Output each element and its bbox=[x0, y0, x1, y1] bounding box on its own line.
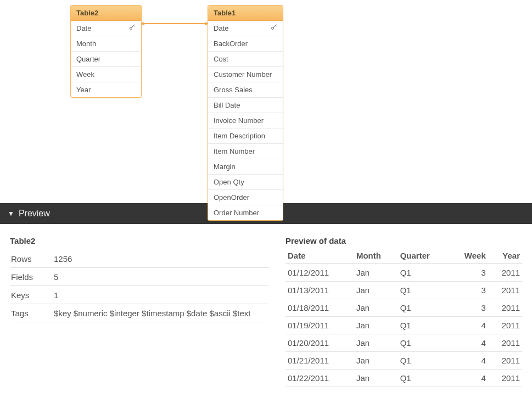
field-label: BackOrder bbox=[214, 40, 277, 48]
table-field[interactable]: Month bbox=[71, 36, 141, 52]
table-node-table2[interactable]: Table2 DateMonthQuarterWeekYear bbox=[70, 5, 142, 98]
table-cell: 01/20/2011 bbox=[285, 334, 354, 352]
table-field[interactable]: Date bbox=[208, 21, 283, 36]
table-cell: 3 bbox=[449, 299, 488, 317]
table-cell: Q1 bbox=[398, 334, 450, 352]
table-cell: 2011 bbox=[488, 334, 522, 352]
table-node-header[interactable]: Table2 bbox=[71, 5, 141, 21]
table-cell: Jan bbox=[354, 317, 398, 334]
table-row[interactable]: 01/21/2011JanQ142011 bbox=[285, 352, 522, 370]
collapse-triangle-icon: ▼ bbox=[8, 210, 14, 217]
field-label: Item Description bbox=[214, 132, 277, 140]
table-field[interactable]: OpenOrder bbox=[208, 190, 283, 205]
table-cell: 4 bbox=[449, 334, 488, 352]
table-cell: 4 bbox=[449, 370, 488, 387]
table-field[interactable]: Week bbox=[71, 67, 141, 82]
table-cell: 01/18/2011 bbox=[285, 299, 354, 317]
table-cell: 2011 bbox=[488, 282, 522, 299]
table-field[interactable]: Margin bbox=[208, 159, 283, 175]
svg-line-5 bbox=[134, 26, 135, 27]
preview-title: Preview bbox=[19, 209, 50, 219]
svg-point-1 bbox=[142, 23, 145, 25]
table-cell: Q1 bbox=[398, 299, 450, 317]
field-label: Customer Number bbox=[214, 70, 277, 79]
field-label: Invoice Number bbox=[214, 116, 277, 125]
metadata-key: Fields bbox=[11, 272, 54, 282]
column-header[interactable]: Week bbox=[449, 248, 488, 264]
data-model-canvas[interactable]: Table2 DateMonthQuarterWeekYear Table1 D… bbox=[0, 0, 532, 203]
table-cell: Jan bbox=[354, 334, 398, 352]
field-label: OpenOrder bbox=[214, 193, 277, 201]
relationship-connector bbox=[142, 22, 208, 25]
table-field[interactable]: Year bbox=[71, 82, 141, 97]
table-field[interactable]: Quarter bbox=[71, 52, 141, 67]
table-cell: 2011 bbox=[488, 299, 522, 317]
table-field[interactable]: Item Description bbox=[208, 128, 283, 144]
table-row[interactable]: 01/13/2011JanQ132011 bbox=[285, 282, 522, 299]
column-header[interactable]: Year bbox=[488, 248, 522, 264]
table-cell: 4 bbox=[449, 352, 488, 370]
column-header[interactable]: Date bbox=[285, 248, 354, 264]
table-row[interactable]: 01/12/2011JanQ132011 bbox=[285, 264, 522, 282]
metadata-value: 1256 bbox=[54, 254, 268, 264]
table-cell: Q1 bbox=[398, 282, 450, 299]
table-cell: Q1 bbox=[398, 352, 450, 370]
table-row[interactable]: 01/22/2011JanQ142011 bbox=[285, 370, 522, 387]
table-node-header[interactable]: Table1 bbox=[208, 5, 283, 21]
table-field[interactable]: Customer Number bbox=[208, 67, 283, 82]
metadata-key: Rows bbox=[11, 254, 54, 264]
table-field[interactable]: BackOrder bbox=[208, 36, 283, 52]
field-label: Date bbox=[76, 24, 126, 32]
metadata-row: Fields5 bbox=[10, 268, 269, 286]
column-header[interactable]: Quarter bbox=[398, 248, 450, 264]
data-preview-title: Preview of data bbox=[285, 236, 522, 245]
data-preview: Preview of data DateMonthQuarterWeekYear… bbox=[285, 236, 522, 387]
table-field[interactable]: Gross Sales bbox=[208, 82, 283, 98]
table-cell: 01/22/2011 bbox=[285, 370, 354, 387]
preview-panel-body: Table2 Rows1256Fields5Keys1Tags$key $num… bbox=[0, 224, 532, 387]
key-icon bbox=[271, 24, 277, 32]
metadata-value: 1 bbox=[54, 290, 268, 300]
table-cell: 01/12/2011 bbox=[285, 264, 354, 282]
table-cell: 2011 bbox=[488, 370, 522, 387]
table-cell: 01/21/2011 bbox=[285, 352, 354, 370]
table-field[interactable]: Cost bbox=[208, 52, 283, 67]
metadata-row: Tags$key $numeric $integer $timestamp $d… bbox=[10, 304, 269, 322]
metadata-value: 5 bbox=[54, 272, 268, 282]
column-header[interactable]: Month bbox=[354, 248, 398, 264]
metadata-value: $key $numeric $integer $timestamp $date … bbox=[54, 309, 268, 318]
table-row[interactable]: 01/18/2011JanQ132011 bbox=[285, 299, 522, 317]
table-cell: Q1 bbox=[398, 317, 450, 334]
table-field[interactable]: Order Number bbox=[208, 205, 283, 220]
table-field[interactable]: Open Qty bbox=[208, 175, 283, 190]
field-label: Week bbox=[76, 70, 136, 79]
table-cell: Jan bbox=[354, 299, 398, 317]
field-label: Open Qty bbox=[214, 178, 277, 186]
table-field[interactable]: Date bbox=[71, 21, 141, 36]
table-field[interactable]: Item Number bbox=[208, 144, 283, 159]
table-cell: Jan bbox=[354, 264, 398, 282]
data-preview-table: DateMonthQuarterWeekYear 01/12/2011JanQ1… bbox=[285, 248, 522, 387]
table-cell: Jan bbox=[354, 370, 398, 387]
table-cell: 3 bbox=[449, 282, 488, 299]
field-label: Margin bbox=[214, 163, 277, 171]
field-label: Item Number bbox=[214, 147, 277, 155]
field-label: Month bbox=[76, 40, 136, 48]
metadata-key: Keys bbox=[11, 290, 54, 300]
table-metadata: Table2 Rows1256Fields5Keys1Tags$key $num… bbox=[10, 236, 269, 387]
field-label: Date bbox=[214, 24, 267, 32]
field-label: Gross Sales bbox=[214, 86, 277, 94]
field-label: Quarter bbox=[76, 55, 136, 63]
table-cell: 2011 bbox=[488, 352, 522, 370]
field-label: Order Number bbox=[214, 209, 277, 217]
table-row[interactable]: 01/19/2011JanQ142011 bbox=[285, 317, 522, 334]
table-field[interactable]: Bill Date bbox=[208, 98, 283, 113]
key-icon bbox=[129, 24, 136, 32]
table-cell: 01/13/2011 bbox=[285, 282, 354, 299]
table-field[interactable]: Invoice Number bbox=[208, 113, 283, 128]
table-cell: 01/19/2011 bbox=[285, 317, 354, 334]
table-row[interactable]: 01/20/2011JanQ142011 bbox=[285, 334, 522, 352]
field-label: Bill Date bbox=[214, 101, 277, 109]
table-node-table1[interactable]: Table1 DateBackOrderCostCustomer NumberG… bbox=[208, 5, 283, 221]
table-cell: 2011 bbox=[488, 264, 522, 282]
